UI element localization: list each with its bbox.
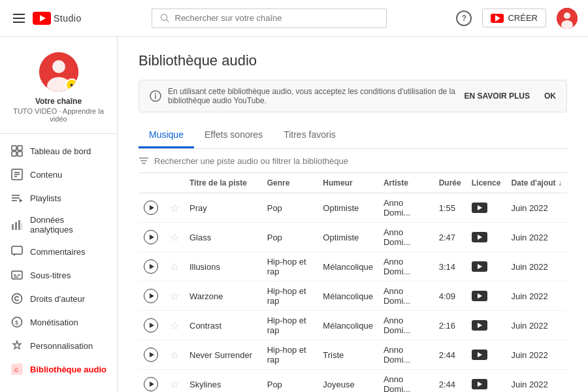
track-title-5: Never Surrender: [184, 340, 262, 370]
col-play: [139, 173, 165, 193]
track-date-3: Juin 2022: [506, 282, 567, 311]
favorite-button-1[interactable]: ☆: [170, 232, 179, 243]
tracks-table: Titre de la piste Genre Humeur Artiste D…: [139, 173, 567, 392]
content-area: Bibliothèque audio En utilisant cette bi…: [118, 37, 588, 392]
svg-rect-11: [18, 146, 22, 150]
track-artiste-3: Anno Domi...: [378, 282, 434, 311]
sidebar-label-analytiques: Données analytiques: [30, 215, 106, 235]
track-genre-1: Pop: [262, 223, 318, 252]
create-button[interactable]: CRÉER: [482, 8, 546, 27]
filter-input[interactable]: [154, 156, 567, 166]
track-licence-icon-3[interactable]: [472, 291, 487, 301]
banner-learn-more[interactable]: EN SAVOIR PLUS: [465, 91, 530, 101]
info-banner: En utilisant cette bibliothèque audio, v…: [139, 80, 567, 112]
filter-icon: [139, 155, 149, 166]
col-star: [165, 173, 184, 193]
col-duree: Durée: [434, 173, 466, 193]
track-duree-0: 1:55: [434, 193, 466, 223]
col-genre: Genre: [262, 173, 318, 193]
track-artiste-4: Anno Domi...: [378, 311, 434, 340]
track-licence-icon-6[interactable]: [472, 379, 487, 389]
favorite-button-6[interactable]: ☆: [170, 379, 179, 390]
play-button-4[interactable]: [144, 318, 158, 333]
track-artiste-5: Anno Domi...: [378, 340, 434, 370]
sidebar-label-monetisation: Monétisation: [30, 318, 78, 327]
sidebar-label-commentaires: Commentaires: [30, 247, 86, 257]
search-icon: [160, 13, 170, 24]
monetisation-icon: $: [10, 316, 24, 329]
topbar-right: ? CRÉER: [456, 8, 578, 29]
table-row: ☆ Warzone Hip-hop et rap Mélancolique An…: [139, 282, 567, 311]
track-humeur-0: Optimiste: [318, 193, 378, 223]
favorite-button-3[interactable]: ☆: [170, 291, 179, 302]
track-licence-icon-0[interactable]: [472, 203, 487, 213]
track-licence-icon-5[interactable]: [472, 350, 487, 360]
banner-ok[interactable]: OK: [544, 91, 556, 101]
track-artiste-2: Anno Domi...: [378, 252, 434, 282]
svg-point-5: [564, 12, 570, 19]
play-button-2[interactable]: [144, 259, 158, 274]
track-genre-0: Pop: [262, 193, 318, 223]
sidebar-item-commentaires[interactable]: Commentaires: [0, 240, 117, 263]
svg-rect-10: [12, 146, 16, 150]
svg-text:♫: ♫: [14, 366, 19, 373]
logo[interactable]: Studio: [33, 12, 82, 25]
col-date-ajout[interactable]: Date d'ajout: [506, 173, 567, 193]
track-humeur-1: Optimiste: [318, 223, 378, 252]
search-input[interactable]: [175, 13, 378, 23]
sidebar-item-bibliotheque[interactable]: ♫ Bibliothèque audio: [0, 357, 117, 381]
avatar[interactable]: [557, 8, 578, 29]
track-licence-icon-4[interactable]: [472, 320, 487, 331]
play-button-5[interactable]: [144, 348, 158, 362]
record-icon: [491, 14, 504, 23]
sidebar-label-droits: Droits d'auteur: [30, 294, 85, 304]
table-row: ☆ Glass Pop Optimiste Anno Domi... 2:47 …: [139, 223, 567, 252]
sidebar-label-playlists: Playlists: [30, 193, 61, 203]
svg-rect-27: [12, 271, 22, 279]
help-button[interactable]: ?: [456, 10, 472, 26]
menu-button[interactable]: [10, 11, 27, 25]
subtitles-icon: [10, 269, 24, 282]
col-artiste: Artiste: [378, 173, 434, 193]
sidebar-item-playlists[interactable]: Playlists: [0, 186, 117, 210]
sidebar-item-monetisation[interactable]: $ Monétisation: [0, 310, 117, 334]
favorite-button-2[interactable]: ☆: [170, 261, 179, 272]
analytics-icon: [10, 218, 24, 231]
sidebar: ● Votre chaîne TUTO VIDÉO · Apprendre la…: [0, 37, 118, 392]
filter-bar: [139, 149, 567, 173]
svg-rect-13: [18, 152, 22, 156]
tab-musique[interactable]: Musique: [139, 123, 194, 148]
copyright-icon: [10, 292, 24, 305]
sidebar-item-sous-titres[interactable]: Sous-titres: [0, 263, 117, 287]
sidebar-label-bibliotheque: Bibliothèque audio: [30, 365, 106, 374]
sidebar-item-tableau-de-bord[interactable]: Tableau de bord: [0, 139, 117, 163]
banner-text: En utilisant cette bibliothèque audio, v…: [168, 87, 458, 105]
sidebar-item-contenu[interactable]: Contenu: [0, 163, 117, 186]
table-row: ☆ Skylines Pop Joyeuse Anno Domi... 2:44…: [139, 370, 567, 393]
tab-titres-favoris[interactable]: Titres favoris: [273, 123, 346, 148]
svg-rect-22: [12, 224, 14, 230]
track-humeur-5: Triste: [318, 340, 378, 370]
audio-library-icon: ♫: [10, 363, 24, 376]
table-row: ☆ Pray Pop Optimiste Anno Domi... 1:55 J…: [139, 193, 567, 223]
play-button-3[interactable]: [144, 289, 158, 303]
favorite-button-5[interactable]: ☆: [170, 350, 179, 361]
favorite-button-0[interactable]: ☆: [170, 203, 179, 214]
track-licence-icon-2[interactable]: [472, 261, 487, 272]
play-button-1[interactable]: [144, 230, 158, 244]
favorite-button-4[interactable]: ☆: [170, 320, 179, 331]
sidebar-item-droits-auteur[interactable]: Droits d'auteur: [0, 287, 117, 310]
playlist-icon: [10, 191, 24, 204]
track-humeur-2: Mélancolique: [318, 252, 378, 282]
comments-icon: [10, 245, 24, 258]
track-humeur-6: Joyeuse: [318, 370, 378, 393]
table-row: ☆ Contrast Hip-hop et rap Mélancolique A…: [139, 311, 567, 340]
play-button-0[interactable]: [144, 201, 158, 215]
sidebar-item-personnalisation[interactable]: Personnalisation: [0, 334, 117, 357]
svg-point-8: [52, 60, 65, 73]
channel-avatar[interactable]: ●: [39, 52, 78, 91]
track-licence-icon-1[interactable]: [472, 232, 487, 242]
sidebar-item-analytiques[interactable]: Données analytiques: [0, 210, 117, 240]
play-button-6[interactable]: [144, 377, 158, 391]
tab-effets-sonores[interactable]: Effets sonores: [194, 123, 273, 148]
